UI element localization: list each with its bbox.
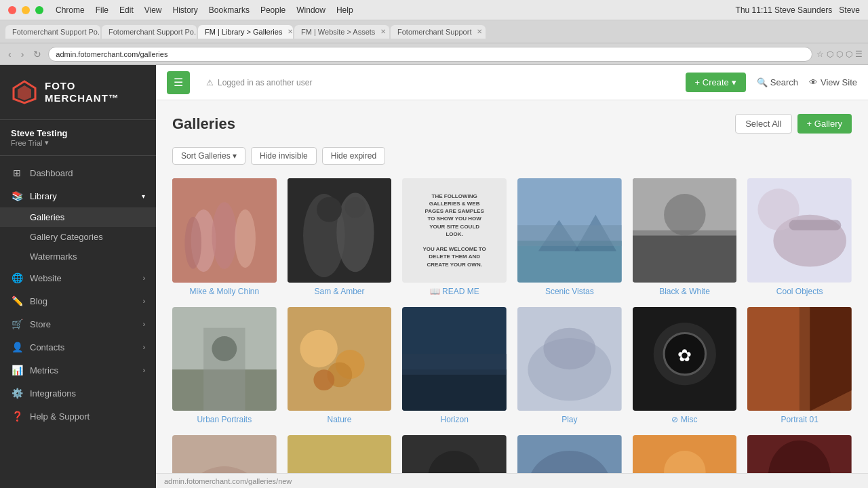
gallery-link-misc[interactable]: ⊘ Misc <box>671 415 697 424</box>
mac-menu-view[interactable]: View <box>144 5 162 15</box>
url-right-icons: ☆ ⬡ ⬡ ⬡ ☰ <box>816 49 863 59</box>
gallery-link-urban-portraits[interactable]: Urban Portraits <box>197 415 252 424</box>
sidebar-item-website[interactable]: 🌐 Website › <box>0 266 156 289</box>
tab-4-close[interactable]: ✕ <box>380 28 386 35</box>
sidebar-item-store[interactable]: 🛒 Store › <box>0 312 156 336</box>
gallery-item-row3-6[interactable] <box>747 435 852 473</box>
gallery-thumb-row3-5 <box>633 435 737 473</box>
hamburger-button[interactable]: ☰ <box>167 71 190 94</box>
contacts-icon: 👤 <box>11 342 23 352</box>
gallery-link-play[interactable]: Play <box>561 415 577 424</box>
sidebar-item-blog[interactable]: ✏️ Blog › <box>0 289 156 312</box>
maximize-dot[interactable] <box>35 6 43 14</box>
url-input[interactable] <box>48 47 812 62</box>
gallery-link-mike-molly[interactable]: Mike & Molly Chinn <box>189 287 259 296</box>
blog-arrow-icon: › <box>143 298 145 305</box>
tab-4-label: FM | Website > Assets <box>301 28 375 36</box>
svg-point-33 <box>313 369 334 390</box>
gallery-item-play[interactable]: Play <box>517 307 622 425</box>
minimize-dot[interactable] <box>22 6 30 14</box>
mac-menu-people[interactable]: People <box>260 5 285 15</box>
gallery-item-row3-4[interactable] <box>517 435 622 473</box>
hide-expired-button[interactable]: Hide expired <box>322 147 385 165</box>
gallery-item-misc[interactable]: ✿ ⊘ Misc <box>633 307 737 425</box>
hide-invisible-button[interactable]: Hide invisible <box>251 147 317 165</box>
tab-5-close[interactable]: ✕ <box>477 28 482 35</box>
extension-icon-3[interactable]: ⬡ <box>846 49 852 59</box>
gallery-item-black-white[interactable]: Black & White <box>633 178 737 296</box>
sidebar-item-library[interactable]: 📚 Library ▾ <box>0 184 156 207</box>
mac-menu-edit[interactable]: Edit <box>119 5 134 15</box>
integrations-icon: ⚙️ <box>11 388 23 399</box>
gallery-link-cool-objects[interactable]: Cool Objects <box>776 287 823 296</box>
gallery-item-horizon[interactable]: Horizon <box>402 307 507 425</box>
sidebar-item-dashboard[interactable]: ⊞ Dashboard <box>0 161 156 184</box>
browser-tab-4[interactable]: FM | Website > Assets ✕ <box>294 25 389 39</box>
settings-icon[interactable]: ☰ <box>855 49 863 59</box>
close-dot[interactable] <box>8 6 16 14</box>
gallery-link-readme[interactable]: 📖 READ ME <box>430 287 479 296</box>
sidebar-item-contacts[interactable]: 👤 Contacts › <box>0 336 156 359</box>
reload-button[interactable]: ↻ <box>31 47 44 61</box>
sort-galleries-button[interactable]: Sort Galleries ▾ <box>172 147 245 165</box>
forward-button[interactable]: › <box>18 47 27 61</box>
gallery-item-row3-3[interactable] <box>402 435 507 473</box>
sidebar-item-gallery-categories[interactable]: Gallery Categories <box>0 227 156 247</box>
gallery-link-nature[interactable]: Nature <box>327 415 351 424</box>
sidebar-item-integrations[interactable]: ⚙️ Integrations <box>0 382 156 405</box>
tab-list: Fotomerchant Support Po... ✕ Fotomerchan… <box>5 25 486 39</box>
svg-rect-35 <box>402 369 507 411</box>
back-button[interactable]: ‹ <box>5 47 14 61</box>
create-button[interactable]: + Create ▾ <box>686 73 746 92</box>
gallery-link-portrait-01[interactable]: Portrait 01 <box>781 415 818 424</box>
view-site-button[interactable]: 👁 View Site <box>809 77 857 87</box>
gallery-link-black-white[interactable]: Black & White <box>659 287 710 296</box>
gallery-item-row3-2[interactable] <box>288 435 392 473</box>
mac-menu-chrome[interactable]: Chrome <box>56 5 85 15</box>
app-container: FOTOMERCHANT™ Steve Testing Free Trial ▾… <box>0 65 868 488</box>
gallery-item-cool-objects[interactable]: Cool Objects <box>747 178 852 296</box>
gallery-item-row3-1[interactable] <box>172 435 277 473</box>
browser-tab-2[interactable]: Fotomerchant Support Po... ✕ <box>102 25 197 39</box>
extension-icon-2[interactable]: ⬡ <box>836 49 843 59</box>
gallery-item-scenic-vistas[interactable]: Scenic Vistas <box>517 178 622 296</box>
svg-point-11 <box>344 197 366 218</box>
sidebar-item-metrics[interactable]: 📊 Metrics › <box>0 359 156 382</box>
gallery-thumb-row3-4 <box>517 435 622 473</box>
gallery-name-readme: 📖 READ ME <box>430 287 479 296</box>
tab-3-close[interactable]: ✕ <box>288 28 293 35</box>
browser-tab-5[interactable]: Fotomerchant Support ✕ <box>391 25 486 39</box>
gallery-item-urban-portraits[interactable]: Urban Portraits <box>172 307 277 425</box>
gallery-link-sam-amber[interactable]: Sam & Amber <box>314 287 364 296</box>
browser-tab-3[interactable]: FM | Library > Galleries ✕ <box>198 25 293 39</box>
search-button[interactable]: 🔍 Search <box>757 77 798 87</box>
gallery-item-portrait-01[interactable]: Portrait 01 <box>747 307 852 425</box>
blog-icon: ✏️ <box>11 296 23 306</box>
gallery-item-nature[interactable]: Nature <box>288 307 392 425</box>
sidebar-item-watermarks[interactable]: Watermarks <box>0 247 156 266</box>
gallery-item-readme[interactable]: THE FOLLOWINGGALLERIES & WEBPAGES ARE SA… <box>402 178 507 296</box>
bookmark-icon[interactable]: ☆ <box>816 49 824 59</box>
sidebar-plan: Free Trial ▾ <box>11 138 145 147</box>
top-header: ☰ ⚠ Logged in as another user + Create ▾… <box>156 65 868 100</box>
gallery-link-scenic-vistas[interactable]: Scenic Vistas <box>545 287 594 296</box>
browser-tab-1[interactable]: Fotomerchant Support Po... ✕ <box>5 25 100 39</box>
sidebar-item-galleries[interactable]: Galleries <box>0 207 156 227</box>
add-gallery-button[interactable]: + Gallery <box>797 114 852 134</box>
gallery-item-mike-molly[interactable]: Mike & Molly Chinn <box>172 178 277 296</box>
gallery-item-sam-amber[interactable]: Sam & Amber <box>288 178 392 296</box>
mac-menu-file[interactable]: File <box>96 5 108 15</box>
help-icon: ❓ <box>11 411 23 422</box>
sidebar-item-label-library: Library <box>30 191 57 201</box>
select-all-button[interactable]: Select All <box>735 114 791 134</box>
gallery-link-horizon[interactable]: Horizon <box>440 415 468 424</box>
sidebar-item-label-help: Help & Support <box>30 411 90 422</box>
mac-menu-window[interactable]: Window <box>296 5 326 15</box>
mac-menu-history[interactable]: History <box>173 5 198 15</box>
sidebar-item-help[interactable]: ❓ Help & Support <box>0 405 156 428</box>
mac-menu-help[interactable]: Help <box>336 5 353 15</box>
gallery-item-row3-5[interactable] <box>633 435 737 473</box>
svg-point-39 <box>543 327 595 369</box>
mac-menu-bookmarks[interactable]: Bookmarks <box>209 5 250 15</box>
extension-icon-1[interactable]: ⬡ <box>827 49 833 59</box>
